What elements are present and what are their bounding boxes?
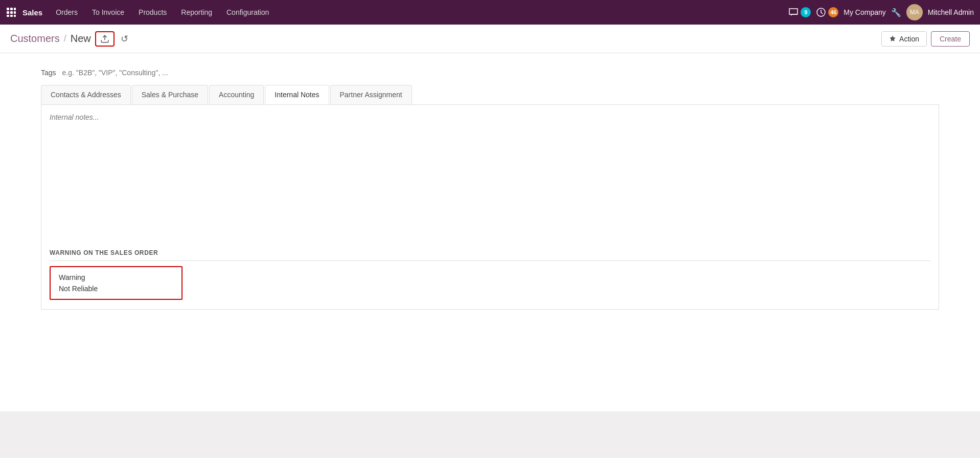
tab-sales-purchase[interactable]: Sales & Purchase <box>132 85 208 104</box>
tab-content-internal-notes: WARNING ON THE SALES ORDER Warning Not R… <box>41 105 939 310</box>
activities-count: 46 <box>828 7 838 17</box>
svg-rect-0 <box>7 8 9 10</box>
user-avatar[interactable]: MA <box>906 4 923 20</box>
warning-type: Warning <box>59 273 173 281</box>
user-name[interactable]: Mitchell Admin <box>928 8 974 16</box>
nav-products[interactable]: Products <box>132 5 173 19</box>
breadcrumb-parent[interactable]: Customers <box>10 33 60 45</box>
app-grid-icon[interactable] <box>6 7 16 17</box>
action-button[interactable]: Action <box>881 31 927 47</box>
tab-internal-notes[interactable]: Internal Notes <box>265 85 329 104</box>
tags-input[interactable] <box>62 69 216 77</box>
activities-badge[interactable]: 46 <box>816 7 838 17</box>
svg-rect-7 <box>10 15 13 17</box>
messages-badge[interactable]: 9 <box>788 7 811 17</box>
svg-rect-8 <box>14 15 16 17</box>
settings-icon[interactable]: 🔧 <box>891 8 901 17</box>
breadcrumb-current: New <box>71 33 91 45</box>
svg-rect-3 <box>7 11 9 14</box>
messages-count: 9 <box>801 7 811 17</box>
breadcrumb-actions: Action Create <box>881 31 970 47</box>
top-nav: Sales Orders To Invoice Products Reporti… <box>0 0 980 25</box>
action-label: Action <box>899 35 919 43</box>
warning-box: Warning Not Reliable <box>50 266 183 300</box>
svg-rect-5 <box>14 11 16 14</box>
nav-configuration[interactable]: Configuration <box>220 5 275 19</box>
discard-button[interactable]: ↺ <box>119 31 130 47</box>
tab-partner-assignment[interactable]: Partner Assignment <box>330 85 412 104</box>
internal-notes-input[interactable] <box>50 113 930 121</box>
svg-rect-1 <box>10 8 13 10</box>
tab-contacts[interactable]: Contacts & Addresses <box>41 85 131 104</box>
company-name[interactable]: My Company <box>844 8 885 16</box>
svg-rect-2 <box>14 8 16 10</box>
warning-section: WARNING ON THE SALES ORDER Warning Not R… <box>50 249 930 300</box>
warning-section-title: WARNING ON THE SALES ORDER <box>50 249 930 256</box>
main-content: Tags Contacts & Addresses Sales & Purcha… <box>0 53 980 458</box>
nav-orders[interactable]: Orders <box>50 5 84 19</box>
tab-bar: Contacts & Addresses Sales & Purchase Ac… <box>41 85 939 105</box>
create-button[interactable]: Create <box>931 31 970 47</box>
warning-message: Not Reliable <box>59 285 173 293</box>
warning-divider <box>50 260 930 261</box>
nav-to-invoice[interactable]: To Invoice <box>86 5 130 19</box>
svg-rect-4 <box>10 11 13 14</box>
breadcrumb-bar: Customers / New ↺ Action Create <box>0 25 980 53</box>
nav-reporting[interactable]: Reporting <box>175 5 218 19</box>
tags-label: Tags <box>41 69 56 77</box>
tab-accounting[interactable]: Accounting <box>209 85 264 104</box>
save-button[interactable] <box>95 31 115 47</box>
top-nav-right: 9 46 My Company 🔧 MA Mitchell Admin <box>788 4 974 20</box>
nav-brand[interactable]: Sales <box>22 8 42 17</box>
breadcrumb-separator: / <box>64 33 66 44</box>
tags-row: Tags <box>41 63 939 85</box>
form-container: Tags Contacts & Addresses Sales & Purcha… <box>0 53 980 411</box>
svg-rect-6 <box>7 15 9 17</box>
